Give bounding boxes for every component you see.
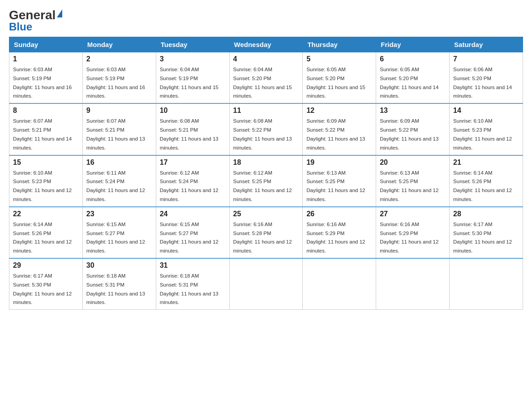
day-info: Sunrise: 6:05 AMSunset: 5:20 PMDaylight:… [380,67,438,98]
day-info: Sunrise: 6:10 AMSunset: 5:23 PMDaylight:… [453,118,512,150]
calendar-cell: 1 Sunrise: 6:03 AMSunset: 5:19 PMDayligh… [9,52,83,104]
header-monday: Monday [82,37,156,52]
day-info: Sunrise: 6:18 AMSunset: 5:31 PMDaylight:… [86,273,145,305]
day-info: Sunrise: 6:16 AMSunset: 5:29 PMDaylight:… [306,222,365,253]
calendar-cell: 2 Sunrise: 6:03 AMSunset: 5:19 PMDayligh… [82,52,156,104]
calendar-cell: 17 Sunrise: 6:12 AMSunset: 5:24 PMDaylig… [156,155,229,207]
calendar-header-row: SundayMondayTuesdayWednesdayThursdayFrid… [9,37,523,52]
day-info: Sunrise: 6:12 AMSunset: 5:24 PMDaylight:… [160,170,219,202]
day-info: Sunrise: 6:15 AMSunset: 5:27 PMDaylight:… [160,222,219,253]
day-number: 20 [380,158,446,167]
day-info: Sunrise: 6:16 AMSunset: 5:29 PMDaylight:… [380,222,438,253]
day-number: 10 [160,107,226,115]
day-number: 24 [160,210,226,218]
day-number: 7 [453,55,519,63]
header-friday: Friday [376,37,450,52]
day-info: Sunrise: 6:08 AMSunset: 5:22 PMDaylight:… [233,118,292,150]
calendar-cell: 5 Sunrise: 6:05 AMSunset: 5:20 PMDayligh… [303,52,376,104]
day-number: 13 [380,107,446,115]
day-number: 17 [160,158,226,167]
day-number: 22 [13,210,79,218]
calendar-cell: 19 Sunrise: 6:13 AMSunset: 5:25 PMDaylig… [303,155,376,207]
day-number: 27 [380,210,446,218]
day-info: Sunrise: 6:15 AMSunset: 5:27 PMDaylight:… [86,222,145,253]
day-info: Sunrise: 6:17 AMSunset: 5:30 PMDaylight:… [453,222,512,253]
calendar-cell [303,258,376,310]
day-number: 12 [306,107,372,115]
calendar-week-3: 15 Sunrise: 6:10 AMSunset: 5:23 PMDaylig… [9,155,523,207]
calendar-table: SundayMondayTuesdayWednesdayThursdayFrid… [9,37,523,310]
calendar-cell: 29 Sunrise: 6:17 AMSunset: 5:30 PMDaylig… [9,258,83,310]
calendar-cell: 31 Sunrise: 6:18 AMSunset: 5:31 PMDaylig… [156,258,229,310]
calendar-cell: 8 Sunrise: 6:07 AMSunset: 5:21 PMDayligh… [9,103,83,155]
calendar-cell [376,258,450,310]
day-info: Sunrise: 6:03 AMSunset: 5:19 PMDaylight:… [13,67,72,98]
calendar-cell: 15 Sunrise: 6:10 AMSunset: 5:23 PMDaylig… [9,155,83,207]
day-info: Sunrise: 6:05 AMSunset: 5:20 PMDaylight:… [306,67,365,98]
day-number: 9 [86,107,152,115]
calendar-cell: 22 Sunrise: 6:14 AMSunset: 5:26 PMDaylig… [9,207,83,258]
day-number: 15 [13,158,79,167]
day-number: 2 [86,55,152,63]
calendar-week-1: 1 Sunrise: 6:03 AMSunset: 5:19 PMDayligh… [9,52,523,104]
day-number: 31 [160,261,226,270]
day-info: Sunrise: 6:07 AMSunset: 5:21 PMDaylight:… [13,118,72,150]
page-header: General Blue [9,9,523,32]
calendar-cell: 6 Sunrise: 6:05 AMSunset: 5:20 PMDayligh… [376,52,450,104]
day-info: Sunrise: 6:07 AMSunset: 5:21 PMDaylight:… [86,118,145,150]
calendar-week-4: 22 Sunrise: 6:14 AMSunset: 5:26 PMDaylig… [9,207,523,258]
calendar-cell: 27 Sunrise: 6:16 AMSunset: 5:29 PMDaylig… [376,207,450,258]
calendar-cell: 3 Sunrise: 6:04 AMSunset: 5:19 PMDayligh… [156,52,229,104]
day-number: 18 [233,158,299,167]
calendar-cell: 16 Sunrise: 6:11 AMSunset: 5:24 PMDaylig… [82,155,156,207]
calendar-cell: 18 Sunrise: 6:12 AMSunset: 5:25 PMDaylig… [229,155,303,207]
day-info: Sunrise: 6:04 AMSunset: 5:19 PMDaylight:… [160,67,219,98]
day-number: 14 [453,107,519,115]
calendar-cell: 30 Sunrise: 6:18 AMSunset: 5:31 PMDaylig… [82,258,156,310]
day-info: Sunrise: 6:12 AMSunset: 5:25 PMDaylight:… [233,170,292,202]
day-info: Sunrise: 6:11 AMSunset: 5:24 PMDaylight:… [86,170,145,202]
day-number: 21 [453,158,519,167]
day-number: 1 [13,55,79,63]
logo: General Blue [9,9,62,32]
calendar-week-2: 8 Sunrise: 6:07 AMSunset: 5:21 PMDayligh… [9,103,523,155]
calendar-cell: 13 Sunrise: 6:09 AMSunset: 5:22 PMDaylig… [376,103,450,155]
day-number: 16 [86,158,152,167]
header-wednesday: Wednesday [229,37,303,52]
day-info: Sunrise: 6:09 AMSunset: 5:22 PMDaylight:… [380,118,438,150]
calendar-cell: 25 Sunrise: 6:16 AMSunset: 5:28 PMDaylig… [229,207,303,258]
header-sunday: Sunday [9,37,83,52]
calendar-cell: 10 Sunrise: 6:08 AMSunset: 5:21 PMDaylig… [156,103,229,155]
day-info: Sunrise: 6:06 AMSunset: 5:20 PMDaylight:… [453,67,512,98]
calendar-cell: 20 Sunrise: 6:13 AMSunset: 5:25 PMDaylig… [376,155,450,207]
day-number: 4 [233,55,299,63]
day-number: 3 [160,55,226,63]
day-number: 26 [306,210,372,218]
day-number: 29 [13,261,79,270]
day-info: Sunrise: 6:16 AMSunset: 5:28 PMDaylight:… [233,222,292,253]
day-info: Sunrise: 6:04 AMSunset: 5:20 PMDaylight:… [233,67,292,98]
calendar-cell [450,258,523,310]
calendar-cell: 12 Sunrise: 6:09 AMSunset: 5:22 PMDaylig… [303,103,376,155]
calendar-cell: 21 Sunrise: 6:14 AMSunset: 5:26 PMDaylig… [450,155,523,207]
day-info: Sunrise: 6:10 AMSunset: 5:23 PMDaylight:… [13,170,72,202]
day-info: Sunrise: 6:13 AMSunset: 5:25 PMDaylight:… [306,170,365,202]
calendar-cell: 14 Sunrise: 6:10 AMSunset: 5:23 PMDaylig… [450,103,523,155]
day-info: Sunrise: 6:14 AMSunset: 5:26 PMDaylight:… [453,170,512,202]
calendar-cell: 9 Sunrise: 6:07 AMSunset: 5:21 PMDayligh… [82,103,156,155]
day-info: Sunrise: 6:18 AMSunset: 5:31 PMDaylight:… [160,273,219,305]
day-number: 30 [86,261,152,270]
header-thursday: Thursday [303,37,376,52]
calendar-cell: 26 Sunrise: 6:16 AMSunset: 5:29 PMDaylig… [303,207,376,258]
calendar-cell: 24 Sunrise: 6:15 AMSunset: 5:27 PMDaylig… [156,207,229,258]
calendar-cell [229,258,303,310]
day-number: 8 [13,107,79,115]
header-saturday: Saturday [450,37,523,52]
logo-triangle-icon [57,9,62,17]
logo-general-text: General [9,9,56,21]
day-info: Sunrise: 6:17 AMSunset: 5:30 PMDaylight:… [13,273,72,305]
calendar-cell: 23 Sunrise: 6:15 AMSunset: 5:27 PMDaylig… [82,207,156,258]
day-info: Sunrise: 6:03 AMSunset: 5:19 PMDaylight:… [86,67,145,98]
day-info: Sunrise: 6:08 AMSunset: 5:21 PMDaylight:… [160,118,219,150]
calendar-cell: 28 Sunrise: 6:17 AMSunset: 5:30 PMDaylig… [450,207,523,258]
